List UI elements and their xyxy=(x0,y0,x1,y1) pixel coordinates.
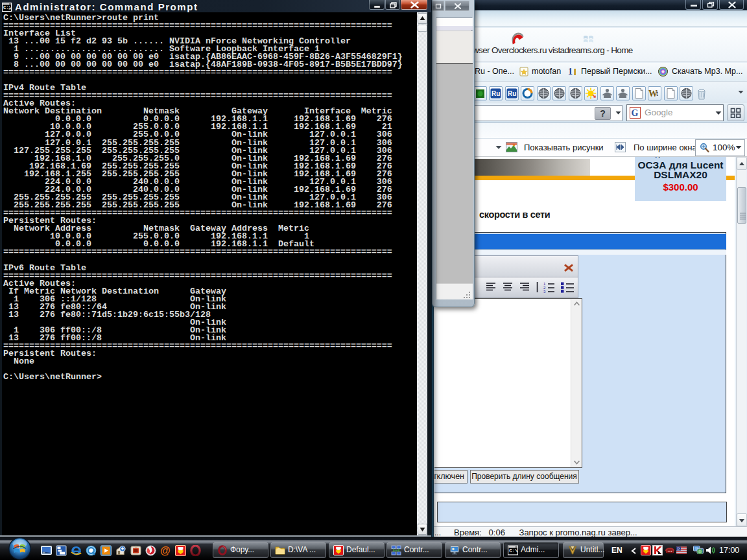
svg-text:3: 3 xyxy=(543,290,546,293)
svg-text:t: t xyxy=(656,90,658,97)
svg-text:1: 1 xyxy=(568,67,573,76)
svg-text:Ru: Ru xyxy=(492,90,500,97)
svg-text:@: @ xyxy=(160,545,171,556)
svg-text:Ru: Ru xyxy=(508,90,516,97)
svg-text:G: G xyxy=(632,108,639,118)
svg-text:C:\: C:\ xyxy=(3,5,12,10)
svg-text:C:\: C:\ xyxy=(509,548,518,554)
